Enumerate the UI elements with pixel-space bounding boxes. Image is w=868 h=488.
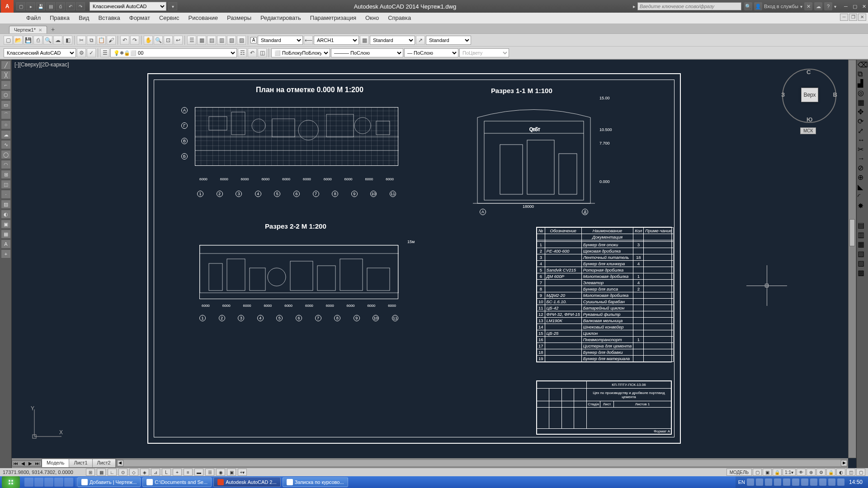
layer-props-icon[interactable]: ☰ (100, 48, 109, 57)
trim-icon[interactable]: ✂ (858, 145, 867, 154)
sb-3dosnap-icon[interactable]: ◈ (140, 469, 149, 476)
mleaderstyle-icon[interactable]: ↗ (416, 36, 425, 45)
sb-ortho-icon[interactable]: ∟ (108, 469, 117, 476)
sb-qp-icon[interactable]: ☰ (205, 469, 214, 476)
addsel-icon[interactable]: + (1, 249, 11, 258)
tb-paste-icon[interactable]: 📋 (97, 36, 106, 45)
workspace-dropdown[interactable]: Классический AutoCAD (90, 2, 166, 11)
tray-icon[interactable] (819, 479, 826, 486)
fillet-icon[interactable]: ◜ (858, 192, 867, 201)
tray-icon[interactable] (837, 479, 844, 486)
viewcube-north[interactable]: С (807, 69, 811, 75)
sb-annoscale-icon[interactable]: 🔒 (773, 469, 782, 476)
copy2-icon[interactable]: ⧉ (858, 70, 867, 78)
palette2-icon[interactable]: ▥ (858, 230, 867, 239)
tb-cut-icon[interactable]: ✂ (77, 36, 86, 45)
login-icon[interactable]: 👤 (754, 2, 762, 10)
mleaderstyle-dropdown[interactable]: Standard (426, 36, 471, 45)
help-dropdown-icon[interactable]: ▾ (834, 4, 836, 9)
rotate-icon[interactable]: ⟳ (858, 117, 867, 126)
task-item[interactable]: Добавить | Чертеж... (77, 477, 141, 487)
erase-icon[interactable]: ⌫ (858, 61, 867, 69)
a360-icon[interactable]: ☁ (814, 2, 822, 10)
spline-icon[interactable]: ∿ (1, 140, 11, 149)
new-tab-icon[interactable]: + (49, 25, 57, 33)
stretch-icon[interactable]: ↔ (858, 136, 867, 144)
layer-state-icon[interactable]: ☶ (238, 48, 247, 57)
close-icon[interactable]: ✕ (860, 3, 868, 10)
hatch-icon[interactable]: ▨ (1, 200, 11, 209)
tb-pan-icon[interactable]: ✋ (144, 36, 153, 45)
explode-icon[interactable]: ✸ (858, 202, 867, 210)
color-dropdown[interactable]: ⬜ ПоБлокуПоБлоку (271, 48, 330, 57)
login-dropdown-icon[interactable]: ▾ (800, 4, 802, 9)
qat-print-icon[interactable]: ⎙ (56, 2, 65, 10)
chamfer-icon[interactable]: ◣ (858, 183, 867, 191)
tb-3d-icon[interactable]: ◧ (63, 36, 72, 45)
textstyle-dropdown[interactable]: Standard (258, 36, 303, 45)
tb-copy-icon[interactable]: ⧉ (87, 36, 96, 45)
pstyle-dropdown[interactable]: ПоЦвету (459, 48, 509, 57)
qat-saveas-icon[interactable]: ▤ (46, 2, 55, 10)
tb-publish-icon[interactable]: ☁ (53, 36, 62, 45)
qat-dropdown-icon[interactable]: ▾ (168, 2, 177, 10)
tab-prev-icon[interactable]: ◀ (19, 461, 27, 466)
app-logo[interactable]: A (1, 0, 14, 13)
help-icon[interactable]: ? (824, 2, 832, 10)
line-icon[interactable]: ╱ (1, 61, 11, 70)
insert-icon[interactable]: ⊞ (1, 170, 11, 179)
menu-file[interactable]: Файл (22, 13, 45, 23)
sb-dyn-icon[interactable]: + (173, 469, 182, 476)
tb-qcalc-icon[interactable]: ▨ (237, 36, 246, 45)
exchange-icon[interactable]: ✕ (804, 2, 812, 10)
tray-icon[interactable] (765, 479, 772, 486)
clock[interactable]: 14:50 (846, 479, 865, 485)
tray-icon[interactable] (756, 479, 763, 486)
qat-open-icon[interactable]: ▸ (26, 2, 35, 10)
sb-grid-icon[interactable]: ▦ (97, 469, 106, 476)
tab-next-icon[interactable]: ▶ (27, 461, 34, 466)
sb-clean-icon[interactable]: ▢ (856, 469, 865, 476)
horizontal-scrollbar[interactable]: ◀ ▶ (117, 460, 847, 466)
tray-icon[interactable] (783, 479, 790, 486)
sb-tpy-icon[interactable]: ▬ (194, 469, 203, 476)
coordinates[interactable]: 17371.9800, 9314.7302, 0.0000 (3, 469, 84, 475)
sb-hw-icon[interactable]: ◐ (836, 469, 845, 476)
menu-tools[interactable]: Сервис (155, 13, 184, 23)
tablestyle-dropdown[interactable]: Standard (370, 36, 415, 45)
task-item[interactable]: C:\Documents and Se... (142, 477, 212, 487)
task-item[interactable]: Autodesk AutoCAD 2... (213, 477, 281, 487)
layout-tab-2[interactable]: Лист2 (93, 459, 116, 467)
ellipsearc-icon[interactable]: ◠ (1, 160, 11, 169)
move-icon[interactable]: ✥ (858, 108, 867, 116)
tab-first-icon[interactable]: ⏮ (12, 461, 19, 466)
qat-new-icon[interactable]: ▢ (16, 2, 25, 10)
minimize-icon[interactable]: ─ (842, 3, 850, 10)
array-icon[interactable]: ▦ (858, 98, 867, 107)
qat-save-icon[interactable]: 💾 (36, 2, 45, 10)
tray-icon[interactable] (801, 479, 808, 486)
ql-desktop-icon[interactable] (64, 478, 73, 487)
start-button[interactable] (2, 476, 20, 488)
sb-am-icon[interactable]: ▣ (227, 469, 236, 476)
dimstyle-dropdown[interactable]: ARCH1 (314, 36, 359, 45)
palette3-icon[interactable]: ▦ (858, 240, 867, 249)
scale-indicator[interactable]: 1:1 ▾ (783, 469, 796, 476)
xline-icon[interactable]: ╳ (1, 70, 11, 80)
mdi-minimize-icon[interactable]: ─ (840, 14, 848, 21)
palette1-icon[interactable]: ▤ (858, 221, 867, 230)
viewcube-east[interactable]: В (833, 91, 837, 98)
sb-osnap-icon[interactable]: ◇ (129, 469, 138, 476)
ql-ie-icon[interactable] (24, 478, 33, 487)
sb-polar-icon[interactable]: ⊙ (118, 469, 127, 476)
tray-icon[interactable] (810, 479, 817, 486)
qat-undo-icon[interactable]: ↶ (66, 2, 75, 10)
sb-lwt-icon[interactable]: ≡ (184, 469, 193, 476)
tb-dcenter-icon[interactable]: ▦ (197, 36, 206, 45)
offset-icon[interactable]: ◎ (858, 89, 867, 97)
vertical-scrollbar[interactable] (848, 60, 856, 458)
lweight-dropdown[interactable]: — ПоСлою (404, 48, 458, 57)
viewport-label[interactable]: [-][Сверху][2D-каркас] (14, 61, 69, 68)
viewcube-top-face[interactable]: Верх (801, 88, 818, 102)
search-input[interactable] (637, 2, 741, 10)
